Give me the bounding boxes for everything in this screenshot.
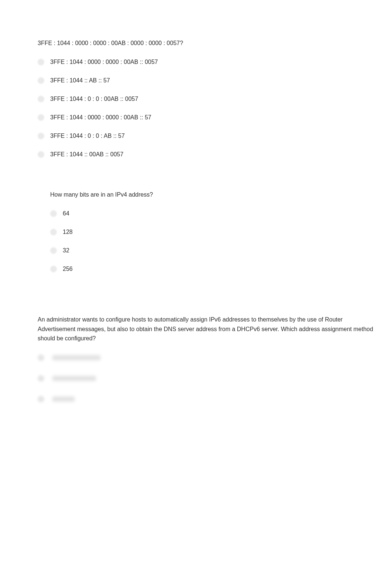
blurred-options-list [0, 354, 392, 402]
question-block-3: An administrator wants to configure host… [0, 295, 392, 402]
options-list: 64 128 32 256 [0, 210, 392, 272]
radio-icon[interactable] [50, 247, 57, 254]
option-row[interactable]: 3FFE : 1044 :: AB :: 57 [38, 77, 392, 84]
option-label: 128 [63, 229, 73, 235]
option-label: 3FFE : 1044 :: AB :: 57 [50, 77, 110, 84]
option-row[interactable]: 3FFE : 1044 : 0 : 0 : AB :: 57 [38, 133, 392, 139]
blurred-option-row [38, 354, 392, 361]
radio-icon[interactable] [50, 210, 57, 217]
radio-icon[interactable] [38, 114, 44, 121]
option-row[interactable]: 3FFE : 1044 : 0 : 0 : 00AB :: 0057 [38, 96, 392, 102]
option-label: 256 [63, 266, 73, 272]
question-block-1: 3FFE : 1044 : 0000 : 0000 : 00AB : 0000 … [0, 39, 392, 158]
option-label: 64 [63, 210, 69, 217]
option-row[interactable]: 3FFE : 1044 : 0000 : 0000 : 00AB :: 0057 [38, 59, 392, 65]
option-row[interactable]: 128 [50, 229, 392, 235]
blurred-radio-icon [38, 396, 44, 402]
blurred-option-row [38, 375, 392, 382]
option-row[interactable]: 256 [50, 266, 392, 272]
radio-icon[interactable] [50, 266, 57, 272]
blurred-radio-icon [38, 354, 44, 361]
option-label: 3FFE : 1044 : 0 : 0 : 00AB :: 0057 [50, 96, 138, 102]
option-row[interactable]: 3FFE : 1044 :: 00AB :: 0057 [38, 151, 392, 158]
radio-icon[interactable] [38, 151, 44, 158]
blurred-option-label [52, 355, 100, 360]
question-block-2: How many bits are in an IPv4 address? 64… [0, 180, 392, 272]
question-text: 3FFE : 1044 : 0000 : 0000 : 00AB : 0000 … [0, 39, 392, 48]
blurred-radio-icon [38, 375, 44, 382]
radio-icon[interactable] [38, 59, 44, 65]
radio-icon[interactable] [50, 229, 57, 235]
option-label: 3FFE : 1044 :: 00AB :: 0057 [50, 151, 123, 158]
options-list: 3FFE : 1044 : 0000 : 0000 : 00AB :: 0057… [0, 59, 392, 158]
page-content: 3FFE : 1044 : 0000 : 0000 : 00AB : 0000 … [0, 0, 392, 402]
radio-icon[interactable] [38, 96, 44, 102]
option-label: 3FFE : 1044 : 0000 : 0000 : 00AB :: 0057 [50, 59, 158, 65]
option-row[interactable]: 32 [50, 247, 392, 254]
question-text: How many bits are in an IPv4 address? [0, 190, 392, 199]
option-row[interactable]: 64 [50, 210, 392, 217]
radio-icon[interactable] [38, 77, 44, 84]
option-row[interactable]: 3FFE : 1044 : 0000 : 0000 : 00AB :: 57 [38, 114, 392, 121]
blurred-option-label [52, 376, 96, 381]
blurred-option-label [52, 397, 75, 402]
blurred-option-row [38, 396, 392, 402]
question-text: An administrator wants to configure host… [0, 315, 392, 343]
option-label: 32 [63, 247, 69, 254]
option-label: 3FFE : 1044 : 0000 : 0000 : 00AB :: 57 [50, 114, 151, 121]
radio-icon[interactable] [38, 133, 44, 139]
option-label: 3FFE : 1044 : 0 : 0 : AB :: 57 [50, 133, 125, 139]
